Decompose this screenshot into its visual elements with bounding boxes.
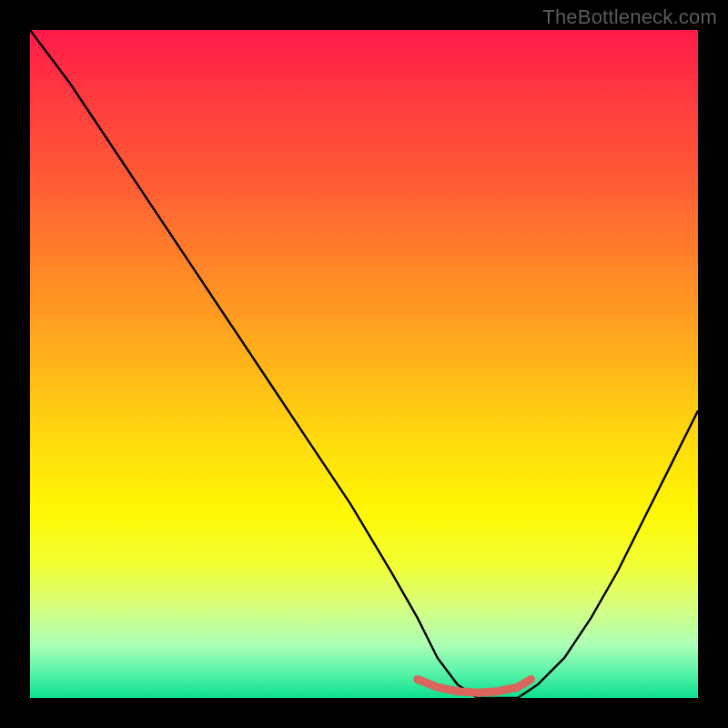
chart-frame: TheBottleneck.com (0, 0, 728, 728)
watermark-text: TheBottleneck.com (542, 5, 717, 29)
bottleneck-curve-path (30, 30, 698, 698)
curve-layer (30, 30, 698, 698)
optimal-range-marker (418, 679, 531, 693)
